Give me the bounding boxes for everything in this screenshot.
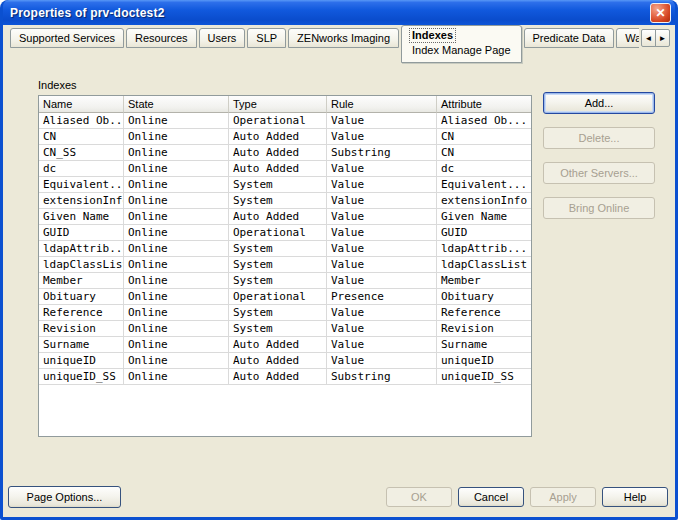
tab-indexes[interactable]: IndexesIndex Manage Page <box>401 25 521 63</box>
table-row[interactable]: ldapAttrib...OnlineSystemValueldapAttrib… <box>39 241 531 257</box>
table-row[interactable]: dcOnlineAuto AddedValuedc <box>39 161 531 177</box>
tab-users[interactable]: Users <box>199 28 246 48</box>
table-cell: Value <box>327 161 437 177</box>
table-cell: Given Name <box>437 209 531 225</box>
table-cell: Online <box>124 369 229 385</box>
table-row[interactable]: RevisionOnlineSystemValueRevision <box>39 321 531 337</box>
table-cell: Online <box>124 273 229 289</box>
tab-label: Wan Traff <box>625 32 639 44</box>
table-row[interactable]: Equivalent...OnlineSystemValueEquivalent… <box>39 177 531 193</box>
table-cell: System <box>229 193 327 209</box>
table-cell: Member <box>437 273 531 289</box>
indexes-table-header: NameStateTypeRuleAttribute <box>39 96 531 113</box>
dialog-body: Supported ServicesResourcesUsersSLPZENwo… <box>3 25 675 517</box>
bring-online-button: Bring Online <box>543 197 655 219</box>
table-cell: Member <box>39 273 124 289</box>
column-header-rule[interactable]: Rule <box>327 96 437 113</box>
table-cell: Operational <box>229 113 327 129</box>
side-button-column: Add...Delete...Other Servers...Bring Onl… <box>543 92 655 219</box>
help-button[interactable]: Help <box>602 487 668 507</box>
indexes-table-body: Aliased Ob...OnlineOperationalValueAlias… <box>39 113 531 385</box>
table-cell: uniqueID <box>39 353 124 369</box>
table-cell: CN <box>437 145 531 161</box>
tab-resources[interactable]: Resources <box>126 28 197 48</box>
table-cell: Aliased Ob... <box>39 113 124 129</box>
tab-sublabel: Index Manage Page <box>410 42 512 56</box>
table-row[interactable]: MemberOnlineSystemValueMember <box>39 273 531 289</box>
tab-scroll-buttons: ◄ ► <box>641 29 670 47</box>
column-header-attribute[interactable]: Attribute <box>437 96 531 113</box>
tab-zenworks-imaging[interactable]: ZENworks Imaging <box>288 28 399 48</box>
table-cell: Online <box>124 225 229 241</box>
table-cell: Online <box>124 305 229 321</box>
table-cell: dc <box>39 161 124 177</box>
table-row[interactable]: ReferenceOnlineSystemValueReference <box>39 305 531 321</box>
table-row[interactable]: GUIDOnlineOperationalValueGUID <box>39 225 531 241</box>
table-row[interactable]: SurnameOnlineAuto AddedValueSurname <box>39 337 531 353</box>
table-cell: Equivalent... <box>437 177 531 193</box>
other-servers-button: Other Servers... <box>543 162 655 184</box>
table-cell: Online <box>124 241 229 257</box>
table-cell: ldapClassList <box>437 257 531 273</box>
table-cell: ldapAttrib... <box>437 241 531 257</box>
tab-slp[interactable]: SLP <box>247 28 286 48</box>
table-cell: Reference <box>39 305 124 321</box>
window-title: Properties of prv-doctest2 <box>10 6 650 20</box>
tab-wan-traff[interactable]: Wan Traff <box>616 28 639 48</box>
cancel-button[interactable]: Cancel <box>458 487 524 507</box>
tab-label: SLP <box>256 32 277 44</box>
table-cell: GUID <box>437 225 531 241</box>
ok-button: OK <box>386 487 452 507</box>
table-row[interactable]: CNOnlineAuto AddedValueCN <box>39 129 531 145</box>
table-cell: Aliased Ob... <box>437 113 531 129</box>
add-button[interactable]: Add... <box>543 92 655 114</box>
column-header-name[interactable]: Name <box>39 96 124 113</box>
tab-label: ZENworks Imaging <box>297 32 390 44</box>
table-cell: GUID <box>39 225 124 241</box>
table-cell: Value <box>327 241 437 257</box>
close-button[interactable]: ✕ <box>650 3 671 23</box>
table-cell: Auto Added <box>229 161 327 177</box>
table-cell: Presence <box>327 289 437 305</box>
table-cell: Online <box>124 193 229 209</box>
table-cell: Online <box>124 177 229 193</box>
table-row[interactable]: Given NameOnlineAuto AddedValueGiven Nam… <box>39 209 531 225</box>
table-cell: Online <box>124 209 229 225</box>
properties-dialog: Properties of prv-doctest2 ✕ Supported S… <box>0 0 678 520</box>
table-cell: ldapAttrib... <box>39 241 124 257</box>
table-cell: CN <box>437 129 531 145</box>
tab-predicate-data[interactable]: Predicate Data <box>524 28 615 48</box>
table-cell: System <box>229 305 327 321</box>
tab-supported-services[interactable]: Supported Services <box>10 28 124 48</box>
table-row[interactable]: ObituaryOnlineOperationalPresenceObituar… <box>39 289 531 305</box>
tab-label: Indexes <box>410 29 455 42</box>
table-cell: System <box>229 241 327 257</box>
table-cell: Value <box>327 353 437 369</box>
table-cell: Value <box>327 305 437 321</box>
table-row[interactable]: CN_SSOnlineAuto AddedSubstringCN <box>39 145 531 161</box>
table-row[interactable]: ldapClassListOnlineSystemValueldapClassL… <box>39 257 531 273</box>
table-cell: Obituary <box>437 289 531 305</box>
table-cell: Online <box>124 289 229 305</box>
table-cell: Value <box>327 209 437 225</box>
table-row[interactable]: uniqueIDOnlineAuto AddedValueuniqueID <box>39 353 531 369</box>
table-cell: Online <box>124 337 229 353</box>
tab-scroll-right-icon[interactable]: ► <box>655 29 670 47</box>
column-header-state[interactable]: State <box>124 96 229 113</box>
title-bar[interactable]: Properties of prv-doctest2 ✕ <box>3 0 675 25</box>
table-cell: Online <box>124 321 229 337</box>
table-cell: Value <box>327 225 437 241</box>
tab-scroll-left-icon[interactable]: ◄ <box>641 29 656 47</box>
table-row[interactable]: uniqueID_SSOnlineAuto AddedSubstringuniq… <box>39 369 531 385</box>
table-cell: extensionInfo <box>437 193 531 209</box>
page-options-button[interactable]: Page Options... <box>8 486 121 508</box>
table-row[interactable]: Aliased Ob...OnlineOperationalValueAlias… <box>39 113 531 129</box>
table-cell: Auto Added <box>229 145 327 161</box>
tab-label: Resources <box>135 32 188 44</box>
table-cell: CN_SS <box>39 145 124 161</box>
table-cell: Surname <box>437 337 531 353</box>
tab-label: Supported Services <box>19 32 115 44</box>
table-cell: Value <box>327 273 437 289</box>
column-header-type[interactable]: Type <box>229 96 327 113</box>
table-row[interactable]: extensionInfoOnlineSystemValueextensionI… <box>39 193 531 209</box>
